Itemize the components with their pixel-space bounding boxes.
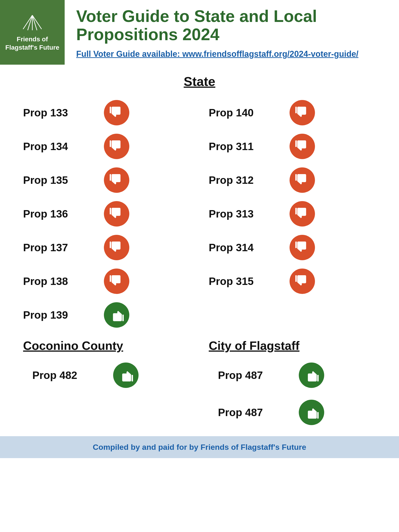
prop-140-vote [290, 100, 315, 125]
prop-311-vote [290, 134, 315, 159]
coconino-title: Coconino County [23, 339, 190, 353]
footer: Compiled by and paid for by Friends of F… [0, 436, 399, 458]
state-props-right: Prop 140 Prop 311 [200, 96, 385, 332]
flagstaff-title: City of Flagstaff [209, 339, 376, 353]
prop-134-vote [104, 134, 129, 159]
prop-item-137: Prop 137 [14, 231, 200, 264]
logo-graphic [21, 13, 44, 32]
prop-313-vote [290, 201, 315, 227]
prop-137-label: Prop 137 [23, 241, 97, 254]
svg-rect-16 [295, 241, 297, 248]
logo-text: Friends of Flagstaff's Future [5, 35, 60, 52]
prop-311-label: Prop 311 [209, 140, 283, 153]
thumbs-down-icon [109, 105, 124, 120]
prop-139-label: Prop 139 [23, 309, 97, 321]
prop-314-label: Prop 314 [209, 241, 283, 254]
prop-315-vote [290, 269, 315, 294]
svg-rect-14 [295, 174, 297, 181]
prop-item-487a: Prop 487 [209, 358, 376, 392]
svg-rect-11 [122, 315, 124, 321]
state-props-left: Prop 133 Prop 134 [14, 96, 200, 332]
page-wrapper: Friends of Flagstaff's Future Voter Guid… [0, 0, 399, 458]
prop-item-482: Prop 482 [23, 358, 190, 392]
prop-133-vote [104, 100, 129, 125]
thumbs-down-icon [295, 139, 310, 154]
thumbs-up-icon [119, 368, 133, 383]
prop-item-136: Prop 136 [14, 197, 200, 231]
thumbs-down-icon [295, 173, 310, 188]
flagstaff-column: City of Flagstaff Prop 487 Prop 487 [200, 336, 385, 431]
prop-315-label: Prop 315 [209, 275, 283, 287]
prop-314-vote [290, 235, 315, 260]
svg-rect-5 [110, 107, 111, 113]
prop-136-vote [104, 201, 129, 227]
svg-rect-7 [110, 174, 111, 181]
thumbs-down-icon [295, 206, 310, 222]
svg-rect-6 [110, 140, 111, 147]
flagstaff-props: Prop 487 Prop 487 [209, 358, 376, 429]
svg-rect-12 [295, 107, 297, 113]
prop-140-label: Prop 140 [209, 107, 283, 119]
svg-rect-17 [295, 275, 297, 282]
main-content: State Prop 133 Prop 134 [0, 65, 399, 436]
svg-rect-8 [110, 208, 111, 214]
prop-134-label: Prop 134 [23, 140, 97, 153]
prop-482-vote [113, 362, 139, 388]
coconino-props: Prop 482 [23, 358, 190, 392]
svg-rect-9 [110, 241, 111, 248]
svg-rect-10 [110, 275, 111, 282]
coconino-column: Coconino County Prop 482 [14, 336, 200, 431]
prop-item-315: Prop 315 [200, 264, 385, 298]
prop-item-312: Prop 312 [200, 163, 385, 197]
thumbs-up-icon [304, 368, 319, 383]
prop-135-label: Prop 135 [23, 174, 97, 186]
prop-139-vote [104, 302, 129, 328]
prop-312-vote [290, 167, 315, 193]
thumbs-down-icon [109, 139, 124, 154]
thumbs-down-icon [109, 206, 124, 222]
state-props-grid: Prop 133 Prop 134 [14, 96, 385, 332]
voter-guide-link[interactable]: Full Voter Guide available: www.friendso… [76, 48, 387, 60]
prop-133-label: Prop 133 [23, 107, 97, 119]
prop-482-label: Prop 482 [32, 369, 106, 381]
prop-item-134: Prop 134 [14, 130, 200, 163]
svg-line-4 [32, 15, 42, 29]
prop-487b-vote [299, 400, 324, 425]
prop-136-label: Prop 136 [23, 208, 97, 220]
svg-rect-18 [131, 375, 133, 381]
logo-panel: Friends of Flagstaff's Future [0, 0, 65, 65]
prop-item-311: Prop 311 [200, 130, 385, 163]
prop-item-313: Prop 313 [200, 197, 385, 231]
header: Friends of Flagstaff's Future Voter Guid… [0, 0, 399, 65]
prop-item-138: Prop 138 [14, 264, 200, 298]
prop-312-label: Prop 312 [209, 174, 283, 186]
thumbs-up-icon [109, 308, 124, 323]
thumbs-down-icon [109, 173, 124, 188]
prop-487a-vote [299, 362, 324, 388]
prop-item-487b: Prop 487 [209, 396, 376, 429]
prop-487b-label: Prop 487 [218, 406, 292, 419]
main-title: Voter Guide to State and Local Propositi… [76, 7, 387, 44]
svg-line-3 [32, 15, 37, 30]
thumbs-down-icon [295, 105, 310, 120]
thumbs-up-icon [304, 405, 319, 420]
prop-item-314: Prop 314 [200, 231, 385, 264]
prop-item-135: Prop 135 [14, 163, 200, 197]
thumbs-down-icon [295, 240, 310, 255]
footer-text: Compiled by and paid for by Friends of F… [9, 443, 390, 452]
svg-rect-15 [295, 208, 297, 214]
prop-item-140: Prop 140 [200, 96, 385, 130]
title-panel: Voter Guide to State and Local Propositi… [65, 0, 399, 65]
svg-rect-19 [317, 375, 318, 381]
prop-137-vote [104, 235, 129, 260]
prop-135-vote [104, 167, 129, 193]
local-section: Coconino County Prop 482 Cit [14, 336, 385, 431]
svg-line-1 [28, 15, 32, 30]
state-section-title: State [14, 74, 385, 89]
prop-item-139: Prop 139 [14, 298, 200, 332]
prop-138-vote [104, 269, 129, 294]
prop-138-label: Prop 138 [23, 275, 97, 287]
thumbs-down-icon [109, 274, 124, 289]
svg-rect-20 [317, 412, 318, 418]
svg-line-0 [23, 15, 32, 29]
